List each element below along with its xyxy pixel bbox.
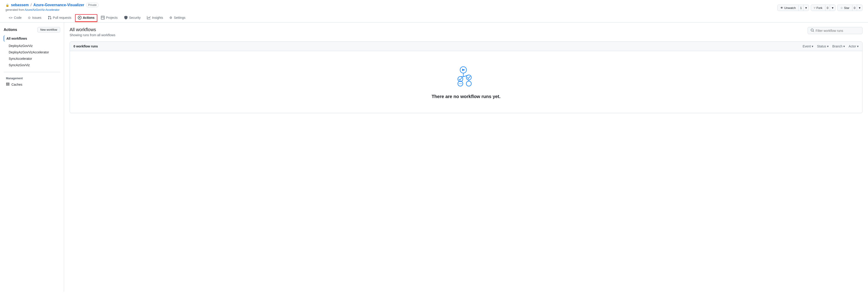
tab-actions[interactable]: Actions — [74, 14, 98, 22]
tab-code[interactable]: <> Code — [5, 14, 25, 22]
actor-filter-chevron: ▾ — [857, 44, 859, 48]
filter-input[interactable] — [815, 29, 860, 33]
branch-filter-chevron: ▾ — [843, 44, 845, 48]
list-item[interactable]: SyncAzGovViz — [4, 62, 60, 68]
star-caret[interactable]: ▾ — [857, 5, 862, 11]
issues-icon: ⊙ — [28, 16, 31, 20]
generated-link[interactable]: Azure/AzGovViz-Accelerator — [25, 8, 60, 11]
unwatch-count: 1 — [798, 5, 803, 11]
code-icon: <> — [9, 16, 12, 20]
tab-pull-requests[interactable]: Pull requests — [44, 14, 74, 22]
list-item[interactable]: Caches — [4, 81, 60, 88]
list-item[interactable]: DeployAzGovViz — [4, 42, 60, 49]
settings-gear-icon: ⚙ — [169, 16, 173, 20]
page-title: All workflows — [70, 27, 115, 32]
fork-button[interactable]: ⑂ Fork 0 ▾ — [811, 5, 836, 11]
star-icon: ☆ — [840, 6, 843, 10]
sidebar-title: Actions — [4, 28, 17, 32]
star-count: 0 — [852, 5, 857, 11]
empty-state-icon — [455, 65, 477, 88]
tab-issues[interactable]: ⊙ Issues — [25, 14, 44, 22]
fork-icon: ⑂ — [814, 6, 815, 10]
all-workflows-link[interactable]: All workflows — [4, 35, 60, 42]
status-filter-button[interactable]: Status ▾ — [817, 44, 829, 48]
repo-name-link[interactable]: Azure-Governance-Visualizer — [33, 3, 84, 7]
projects-icon — [101, 16, 104, 20]
svg-point-9 — [459, 83, 460, 84]
svg-point-3 — [458, 77, 463, 82]
fork-count: 0 — [825, 5, 830, 11]
svg-point-10 — [460, 83, 461, 84]
repo-owner-link[interactable]: sebassem — [11, 3, 29, 7]
list-item[interactable]: SyncAccelerator — [4, 55, 60, 62]
svg-marker-1 — [462, 69, 465, 71]
security-shield-icon — [124, 16, 128, 20]
management-section-title: Management — [4, 75, 60, 81]
sidebar-divider — [4, 72, 60, 72]
filter-search-box[interactable] — [808, 27, 863, 34]
status-filter-chevron: ▾ — [827, 44, 829, 48]
pull-request-icon — [48, 16, 52, 20]
search-icon — [810, 28, 814, 33]
branch-filter-button[interactable]: Branch ▾ — [832, 44, 845, 48]
management-list: Caches — [4, 81, 60, 88]
actions-play-icon — [78, 16, 82, 20]
caches-icon — [6, 82, 10, 87]
lock-icon: 🔒 — [5, 3, 9, 7]
star-button[interactable]: ☆ Star 0 ▾ — [837, 5, 863, 11]
event-filter-button[interactable]: Event ▾ — [803, 44, 813, 48]
fork-caret[interactable]: ▾ — [830, 5, 835, 11]
svg-line-7 — [463, 75, 469, 77]
tab-insights[interactable]: Insights — [144, 14, 166, 22]
runs-filters: Event ▾ Status ▾ Branch ▾ Actor — [803, 44, 859, 48]
empty-state-title: There are no workflow runs yet. — [432, 94, 500, 99]
tab-projects[interactable]: Projects — [98, 14, 121, 22]
new-workflow-button[interactable]: New workflow — [37, 27, 60, 33]
eye-icon: 👁 — [780, 6, 783, 10]
list-item[interactable]: DeployAzGovVizAccelerator — [4, 49, 60, 55]
tab-settings[interactable]: ⚙ Settings — [166, 14, 189, 22]
main-content: All workflows Showing runs from all work… — [64, 23, 868, 292]
insights-icon — [147, 16, 151, 20]
repo-nav: <> Code ⊙ Issues — [5, 14, 863, 22]
actor-filter-button[interactable]: Actor ▾ — [848, 44, 859, 48]
svg-point-12 — [466, 81, 471, 86]
tab-security[interactable]: Security — [121, 14, 144, 22]
unwatch-caret[interactable]: ▾ — [803, 5, 809, 11]
workflow-runs-table: 0 workflow runs Event ▾ Status ▾ Branch — [70, 41, 863, 113]
repo-visibility-badge: Private — [86, 3, 99, 7]
runs-count: 0 workflow runs — [73, 44, 98, 48]
generated-from: generated from Azure/AzGovViz-Accelerato… — [5, 8, 863, 11]
page-subtitle: Showing runs from all workflows — [70, 33, 115, 37]
event-filter-chevron: ▾ — [812, 44, 813, 48]
svg-point-11 — [461, 83, 462, 84]
workflow-list: DeployAzGovViz DeployAzGovVizAccelerator… — [4, 42, 60, 68]
svg-line-5 — [460, 77, 463, 77]
unwatch-button[interactable]: 👁 Unwatch 1 ▾ — [777, 5, 809, 11]
actions-sidebar: Actions New workflow All workflows Deplo… — [0, 23, 64, 292]
empty-state: There are no workflow runs yet. — [70, 51, 862, 113]
